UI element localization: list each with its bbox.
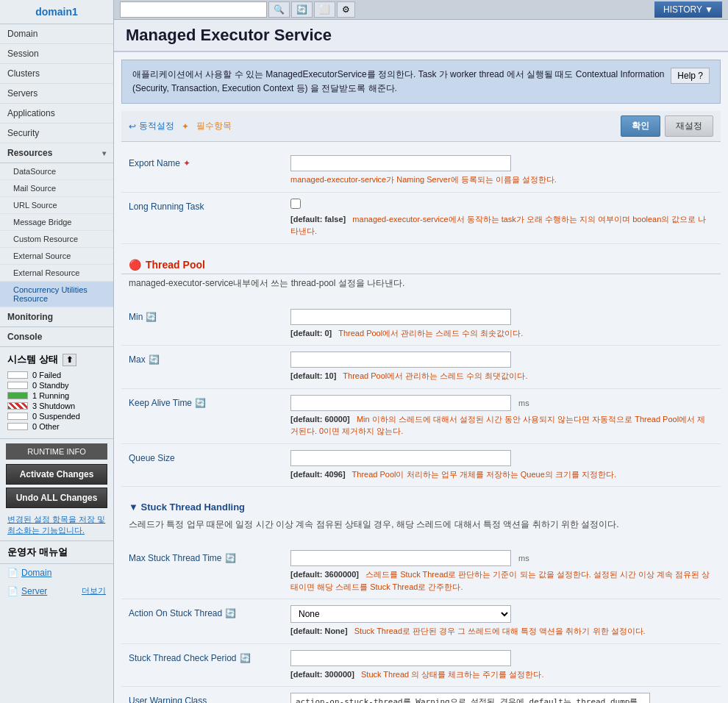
min-refresh-icon[interactable]: 🔄 <box>146 312 157 322</box>
ops-server-icon: 📄 <box>7 586 18 596</box>
toolbar-right: 확인 재설정 <box>621 115 713 137</box>
refresh-button[interactable]: 🔄 <box>291 1 313 18</box>
status-row-failed: 0 Failed <box>7 371 106 379</box>
status-bar-shutdown <box>7 402 28 410</box>
expand-button[interactable]: ⬜ <box>314 1 335 18</box>
sidebar-item-security[interactable]: Security <box>0 124 113 143</box>
max-hint: [default: 10] Thread Pool에서 관리하는 스레드 수의 … <box>290 370 713 382</box>
min-input[interactable] <box>290 309 511 325</box>
stuck-thread-title: ▼ Stuck Thread Handling <box>129 502 245 513</box>
status-row-suspended: 0 Suspended <box>7 412 106 421</box>
toolbar-reset-button[interactable]: 재설정 <box>665 115 713 137</box>
help-button[interactable]: Help ? <box>671 68 710 84</box>
sidebar-sub-mailsource[interactable]: Mail Source <box>0 180 113 197</box>
page-title-bar: Managed Executor Service <box>114 20 728 52</box>
dynamic-setting-tag[interactable]: ↩ 동적설정 <box>129 120 174 132</box>
max-stuck-time-input[interactable] <box>290 550 511 566</box>
required-star: ✦ <box>183 158 190 168</box>
stuck-thread-form: Max Stuck Thread Time 🔄 ms [default: 360… <box>121 544 721 703</box>
export-name-input[interactable] <box>290 155 511 171</box>
sidebar-sub-messagebridge[interactable]: Message Bridge <box>0 214 113 231</box>
sidebar-sub-externalresource[interactable]: External Resource <box>0 265 113 282</box>
ops-server-row: 📄 Server 더보기 <box>0 582 113 600</box>
sidebar-item-applications[interactable]: Applications <box>0 104 113 124</box>
toolbar-separator-1: ✦ <box>182 121 189 132</box>
system-status-section: 시스템 상태 ⬆ 0 Failed 0 Standby 1 Running 3 … <box>0 347 113 439</box>
sidebar-item-domain[interactable]: Domain <box>0 24 113 44</box>
stuck-check-period-input[interactable] <box>290 650 511 666</box>
history-button[interactable]: HISTORY ▼ <box>654 1 722 18</box>
queue-size-input[interactable] <box>290 450 511 466</box>
ops-title: 운영자 매뉴얼 <box>0 540 113 564</box>
sidebar-item-servers[interactable]: Servers <box>0 84 113 104</box>
min-field: [default: 0] Thread Pool에서 관리하는 스레드 수의 최… <box>290 309 713 340</box>
stuck-check-period-refresh-icon[interactable]: 🔄 <box>240 653 251 663</box>
min-hint: [default: 0] Thread Pool에서 관리하는 스레드 수의 최… <box>290 327 713 340</box>
keep-alive-refresh-icon[interactable]: 🔄 <box>195 398 206 408</box>
status-row-shutdown: 3 Shutdown <box>7 402 106 410</box>
sidebar-note[interactable]: 변경된 설정 항목을 저장 및 최소화는 기능입니다. <box>0 510 113 540</box>
user-warning-textarea[interactable] <box>290 693 650 703</box>
runtime-info-label: RUNTIME INFO <box>6 443 107 460</box>
action-stuck-row: Action On Stuck Thread 🔄 None Interrupt … <box>121 599 721 644</box>
thread-pool-section-header: 🔴 Thread Pool <box>121 251 721 274</box>
long-running-label: Long Running Task <box>129 199 290 212</box>
dynamic-setting-label: 동적설정 <box>139 120 174 132</box>
sidebar-item-session[interactable]: Session <box>0 44 113 64</box>
sidebar-sub-customresource[interactable]: Custom Resource <box>0 231 113 248</box>
sidebar-sub-concurrency[interactable]: Concurrency Utilities Resource <box>0 282 113 307</box>
max-refresh-icon[interactable]: 🔄 <box>149 354 160 365</box>
queue-size-field: [default: 4096] Thread Pool이 처리하는 업무 개체를… <box>290 450 713 481</box>
max-field: [default: 10] Thread Pool에서 관리하는 스레드 수의 … <box>290 352 713 382</box>
export-name-row: Export Name ✦ managed-executor-service가 … <box>121 149 721 193</box>
long-running-checkbox[interactable] <box>290 199 301 209</box>
sidebar-item-resources[interactable]: Resources ▾ <box>0 143 113 163</box>
max-row: Max 🔄 [default: 10] Thread Pool에서 관리하는 스… <box>121 346 721 389</box>
required-label: 필수항목 <box>196 120 232 132</box>
required-tag[interactable]: 필수항목 <box>196 120 232 132</box>
sidebar-sub-urlsource[interactable]: URL Source <box>0 197 113 214</box>
long-running-field: [default: false] managed-executor-servic… <box>290 199 713 238</box>
ops-domain-link[interactable]: Domain <box>21 568 51 578</box>
ops-more-link[interactable]: 더보기 <box>82 585 106 596</box>
max-stuck-time-unit: ms <box>518 554 529 563</box>
action-stuck-field: None Interrupt Restart [default: None] S… <box>290 605 713 638</box>
undo-all-changes-button[interactable]: Undo ALL Changes <box>6 488 107 508</box>
search-input[interactable] <box>120 1 267 18</box>
queue-size-row: Queue Size [default: 4096] Thread Pool이 … <box>121 444 721 488</box>
status-bar-other <box>7 423 28 430</box>
action-stuck-label: Action On Stuck Thread 🔄 <box>129 605 290 618</box>
status-row-running: 1 Running <box>7 391 106 400</box>
stuck-check-period-field: [default: 300000] Stuck Thread 의 상태를 체크하… <box>290 650 713 681</box>
action-stuck-select[interactable]: None Interrupt Restart <box>290 605 511 623</box>
max-stuck-time-field: ms [default: 3600000] 스레드를 Stuck Thread로… <box>290 550 713 593</box>
action-stuck-refresh-icon[interactable]: 🔄 <box>225 608 236 618</box>
keep-alive-hint: [default: 60000] Min 이하의 스레드에 대해서 설정된 시간… <box>290 413 713 438</box>
sidebar-monitoring[interactable]: Monitoring <box>0 307 113 327</box>
max-input[interactable] <box>290 352 511 368</box>
max-label: Max 🔄 <box>129 352 290 365</box>
main-content: 🔍 🔄 ⬜ ⚙ HISTORY ▼ Managed Executor Servi… <box>114 0 728 703</box>
status-expand-icon[interactable]: ⬆ <box>63 354 76 366</box>
sidebar-sub-externalsource[interactable]: External Source <box>0 248 113 265</box>
sidebar-item-clusters[interactable]: Clusters <box>0 64 113 84</box>
thread-pool-desc: managed-executor-service내부에서 쓰는 thread-p… <box>121 274 721 296</box>
sidebar-console[interactable]: Console <box>0 327 113 347</box>
search-button[interactable]: 🔍 <box>268 1 290 18</box>
activate-changes-button[interactable]: Activate Changes <box>6 464 107 485</box>
thread-pool-form: Min 🔄 [default: 0] Thread Pool에서 관리하는 스레… <box>121 303 721 488</box>
toolbar-confirm-button[interactable]: 확인 <box>621 115 660 137</box>
max-stuck-time-refresh-icon[interactable]: 🔄 <box>225 553 236 563</box>
domain-label[interactable]: domain1 <box>0 0 113 24</box>
long-running-row: Long Running Task [default: false] manag… <box>121 193 721 244</box>
queue-size-hint: [default: 4096] Thread Pool이 처리하는 업무 개체를… <box>290 468 713 481</box>
keep-alive-label: Keep Alive Time 🔄 <box>129 395 290 408</box>
settings-button[interactable]: ⚙ <box>337 1 355 18</box>
sidebar-sub-datasource[interactable]: DataSource <box>0 163 113 180</box>
status-bar-standby <box>7 382 28 389</box>
ops-server-link[interactable]: Server <box>21 586 47 596</box>
stuck-thread-header[interactable]: ▼ Stuck Thread Handling <box>121 494 721 515</box>
status-bar-failed <box>7 371 28 379</box>
keep-alive-input[interactable] <box>290 395 511 411</box>
page-title: Managed Executor Service <box>126 26 716 45</box>
